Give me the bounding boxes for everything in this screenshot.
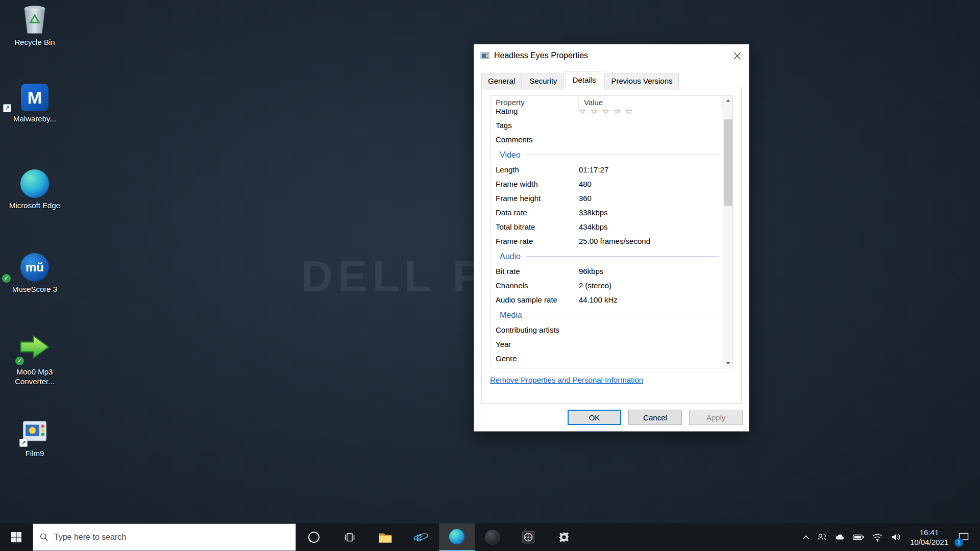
scroll-up-arrow[interactable] — [723, 96, 733, 105]
column-header-value: Value — [579, 96, 723, 109]
edge-icon — [4, 169, 65, 198]
tab-details[interactable]: Details — [565, 71, 604, 88]
edge-icon — [449, 529, 464, 544]
desktop-icon-label: Microsoft Edge — [4, 201, 65, 211]
desktop-icon-musescore[interactable]: mŭ ✓ MuseScore 3 — [4, 253, 65, 294]
desktop-icon-label: Recycle Bin — [4, 38, 65, 47]
details-tab-page: Property Value Rating☆ ☆ ☆ ☆ ☆TagsCommen… — [481, 87, 742, 404]
internet-explorer-button[interactable]: e — [403, 523, 439, 551]
internet-explorer-icon: e — [413, 530, 429, 545]
tray-onedrive-button[interactable] — [830, 523, 849, 551]
details-row[interactable]: Frame rate25.00 frames/second — [491, 234, 723, 248]
details-row[interactable]: Contributing artists — [491, 323, 723, 337]
shortcut-arrow-icon: ↗ — [3, 104, 11, 112]
windows-logo-icon — [11, 532, 22, 543]
tray-wifi-button[interactable] — [868, 523, 887, 551]
details-row[interactable]: Genre — [491, 352, 723, 366]
close-button[interactable] — [725, 45, 749, 67]
app-button-media-converter[interactable] — [510, 523, 546, 551]
cloud-icon — [834, 532, 845, 543]
task-view-button[interactable] — [332, 523, 368, 551]
film-reel-icon — [521, 530, 535, 544]
properties-dialog: Headless Eyes Properties General Securit… — [474, 44, 749, 432]
desktop-icon-malwarebytes[interactable]: M ↗ Malwareby... — [4, 84, 65, 124]
details-row[interactable]: Frame height360 — [491, 191, 723, 206]
tab-security[interactable]: Security — [523, 73, 564, 90]
details-rows: Rating☆ ☆ ☆ ☆ ☆TagsCommentsVideoLength01… — [491, 109, 723, 368]
details-row[interactable]: Comments — [491, 133, 723, 147]
desktop-icon-label: Malwareby... — [4, 114, 65, 124]
taskbar-clock[interactable]: 16:41 10/04/2021 — [905, 528, 953, 547]
action-center-button[interactable]: 1 — [953, 523, 976, 551]
start-button[interactable] — [0, 523, 33, 551]
system-tray: 16:41 10/04/2021 1 — [799, 523, 980, 551]
section-divider-line — [526, 256, 719, 257]
details-section-header: Media — [491, 307, 723, 323]
gear-icon — [557, 531, 571, 544]
tab-previous-versions[interactable]: Previous Versions — [604, 73, 679, 90]
details-row[interactable]: Length01:17:27 — [491, 163, 723, 177]
ok-button[interactable]: OK — [568, 410, 621, 425]
details-row[interactable]: Year — [491, 337, 723, 352]
tray-battery-button[interactable] — [849, 523, 868, 551]
desktop-icon-recycle-bin[interactable]: Recycle Bin — [4, 3, 65, 47]
details-row[interactable]: Audio sample rate44.100 kHz — [491, 293, 723, 307]
column-header-property: Property — [491, 96, 579, 109]
task-view-icon — [344, 531, 356, 543]
film9-icon: ↗ — [20, 417, 49, 446]
file-explorer-button[interactable] — [368, 523, 403, 551]
moo0-arrow-icon: ✓ — [17, 330, 52, 364]
sync-check-icon: ✓ — [15, 357, 24, 365]
sync-check-icon: ✓ — [2, 274, 11, 283]
tray-people-button[interactable] — [813, 523, 830, 551]
speaker-icon — [890, 532, 901, 542]
details-row[interactable]: Channels2 (stereo) — [491, 279, 723, 293]
scroll-down-arrow[interactable] — [723, 359, 733, 368]
dialog-title: Headless Eyes Properties — [494, 51, 725, 60]
close-icon — [733, 52, 741, 60]
scrollbar-thumb[interactable] — [724, 119, 732, 206]
list-header: Property Value — [491, 96, 723, 109]
tray-expand-button[interactable] — [799, 523, 813, 551]
tray-volume-button[interactable] — [887, 523, 905, 551]
dialog-titlebar[interactable]: Headless Eyes Properties — [474, 44, 749, 67]
details-row[interactable]: Bit rate96kbps — [491, 264, 723, 279]
clock-date: 10/04/2021 — [910, 537, 948, 547]
cortana-button[interactable] — [296, 523, 332, 551]
cancel-button[interactable]: Cancel — [628, 410, 682, 425]
desktop-icon-label: Moo0 Mp3 Converter... — [4, 367, 65, 387]
details-row[interactable]: Total bitrate434kbps — [491, 220, 723, 234]
taskbar: e — [0, 523, 980, 551]
desktop-icon-moo0-converter[interactable]: ✓ Moo0 Mp3 Converter... — [4, 330, 65, 387]
recycle-bin-icon — [19, 3, 51, 35]
tab-general[interactable]: General — [481, 73, 522, 90]
app-button-dark-circle[interactable] — [475, 523, 510, 551]
shortcut-arrow-icon: ↗ — [19, 439, 28, 447]
file-type-icon — [480, 51, 489, 60]
musescore-icon: mŭ ✓ — [4, 253, 65, 282]
desktop-icon-column: Recycle Bin M ↗ Malwareby... Microsoft E… — [4, 0, 65, 523]
details-section-header: Audio — [491, 248, 723, 264]
desktop[interactable]: { "desktop": { "watermark": "DELL PR", "… — [0, 0, 980, 551]
settings-button[interactable] — [546, 523, 582, 551]
desktop-icon-microsoft-edge[interactable]: Microsoft Edge — [4, 169, 65, 211]
details-row[interactable]: Tags — [491, 118, 723, 133]
taskbar-search[interactable] — [33, 523, 296, 551]
edge-button[interactable] — [439, 523, 475, 551]
search-input[interactable] — [54, 533, 289, 542]
vertical-scrollbar[interactable] — [723, 96, 732, 368]
apply-button: Apply — [689, 410, 743, 425]
details-row[interactable]: Frame width480 — [491, 177, 723, 191]
details-property-list[interactable]: Property Value Rating☆ ☆ ☆ ☆ ☆TagsCommen… — [490, 95, 733, 368]
dialog-tabstrip: General Security Details Previous Versio… — [474, 67, 749, 87]
section-divider-line — [527, 315, 719, 315]
malwarebytes-icon: M ↗ — [4, 84, 65, 111]
details-row[interactable]: Data rate338kbps — [491, 206, 723, 220]
clock-time: 16:41 — [910, 528, 948, 538]
svg-text:e: e — [416, 530, 422, 544]
remove-properties-link[interactable]: Remove Properties and Personal Informati… — [490, 375, 643, 384]
desktop-icon-film9[interactable]: ↗ Film9 — [4, 417, 65, 459]
dark-circle-app-icon — [485, 530, 500, 545]
dialog-buttons: OK Cancel Apply — [568, 410, 743, 425]
details-row[interactable]: Rating☆ ☆ ☆ ☆ ☆ — [491, 109, 723, 118]
